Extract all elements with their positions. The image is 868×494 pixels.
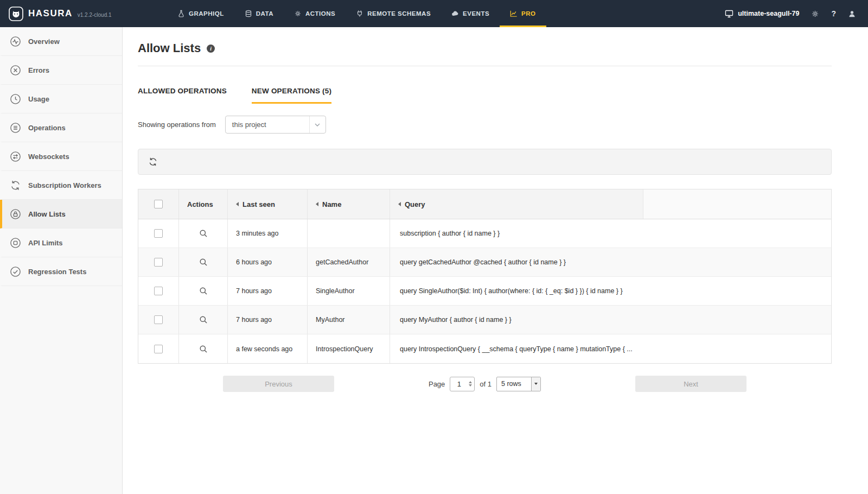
cell-query: query MyAuthor { author { id name } } [390, 306, 643, 334]
select-all-checkbox[interactable] [154, 200, 163, 208]
sidebar-item-operations[interactable]: Operations [0, 113, 122, 142]
nav-label: GRAPHIQL [189, 10, 224, 17]
browser-icon [725, 9, 733, 18]
header-cell-actions: Actions [178, 189, 227, 219]
page-count-label: of 1 [480, 380, 492, 388]
cell-last-seen: a few seconds ago [227, 334, 307, 363]
rows-per-page-value: 5 rows [497, 380, 531, 388]
page-label: Page [429, 380, 445, 388]
refresh-button[interactable] [148, 157, 158, 167]
nav-item-data[interactable]: DATA [234, 0, 284, 27]
list-circle-icon [10, 122, 21, 134]
sidebar-item-errors[interactable]: Errors [0, 56, 122, 85]
clock-icon [10, 93, 21, 105]
sort-icon [316, 202, 318, 206]
main-content: Allow Lists i ALLOWED OPERATIONS NEW OPE… [123, 27, 868, 494]
nav-item-graphiql[interactable]: GRAPHIQL [167, 0, 234, 27]
page-header: Allow Lists i [138, 41, 832, 66]
row-checkbox[interactable] [154, 258, 163, 267]
row-checkbox[interactable] [154, 315, 163, 324]
info-icon[interactable]: i [207, 45, 215, 53]
sidebar-item-usage[interactable]: Usage [0, 85, 122, 113]
source-select[interactable]: this project [225, 116, 326, 134]
cell-last-seen: 3 minutes ago [227, 219, 307, 248]
row-checkbox[interactable] [154, 287, 163, 295]
cell-filler [643, 248, 831, 276]
cell-checkbox [138, 248, 178, 276]
nav-item-remote-schemas[interactable]: REMOTE SCHEMAS [346, 0, 441, 27]
nav-item-events[interactable]: EVENTS [441, 0, 500, 27]
project-menu[interactable]: ultimate-seagull-79 [725, 9, 799, 18]
sidebar-item-label: Usage [28, 95, 49, 103]
tab-new-operations[interactable]: NEW OPERATIONS (5) [252, 87, 331, 104]
brand[interactable]: HASURA v1.2.2-cloud.1 [9, 0, 167, 27]
nav-item-pro[interactable]: PRO [500, 0, 546, 27]
sidebar-item-overview[interactable]: Overview [0, 27, 122, 56]
header-cell-query[interactable]: Query [390, 189, 643, 219]
cell-actions [178, 277, 227, 305]
header-cell-name[interactable]: Name [307, 189, 390, 219]
cell-name [307, 219, 390, 248]
user-icon [848, 10, 856, 18]
previous-page-button[interactable]: Previous [223, 376, 334, 392]
pagination: Previous Page of 1 5 rows Next [138, 376, 832, 392]
table-header: Actions Last seen Name Query [138, 189, 831, 219]
header-cell-filler [643, 189, 831, 219]
cell-name: MyAuthor [307, 306, 390, 334]
inspect-operation-button[interactable] [199, 287, 208, 295]
table-row: a few seconds ago IntrospectionQuery que… [138, 334, 831, 363]
cell-checkbox [138, 334, 178, 363]
cell-actions [178, 248, 227, 276]
sidebar-item-regression-tests[interactable]: Regression Tests [0, 257, 122, 286]
sidebar-item-subscription-workers[interactable]: Subscription Workers [0, 171, 122, 200]
sync-icon [10, 180, 21, 191]
row-checkbox[interactable] [154, 345, 163, 353]
header-cell-last-seen[interactable]: Last seen [227, 189, 307, 219]
inspect-operation-button[interactable] [199, 229, 208, 238]
help-button[interactable]: ? [831, 9, 836, 18]
table-row: 3 minutes ago subscription { author { id… [138, 219, 831, 248]
rows-per-page-select[interactable]: 5 rows [496, 377, 541, 391]
inspect-operation-button[interactable] [199, 345, 208, 353]
square-circle-icon [10, 237, 21, 249]
sidebar-item-allow-lists[interactable]: Allow Lists [0, 200, 122, 229]
number-stepper-icon[interactable] [469, 381, 472, 387]
cloud-icon [451, 10, 459, 17]
user-menu-button[interactable] [848, 10, 856, 18]
row-checkbox[interactable] [154, 229, 163, 238]
sidebar-item-api-limits[interactable]: API Limits [0, 229, 122, 257]
arrows-exchange-icon [10, 151, 21, 162]
inspect-operation-button[interactable] [199, 315, 208, 324]
cell-actions [178, 219, 227, 248]
line-chart-icon [510, 10, 518, 17]
search-icon [199, 345, 208, 353]
operations-table: Actions Last seen Name Query [138, 189, 832, 364]
table-row: 6 hours ago getCachedAuthor query getCac… [138, 248, 831, 277]
settings-button[interactable] [811, 10, 819, 18]
table-row: 7 hours ago MyAuthor query MyAuthor { au… [138, 306, 831, 334]
plug-icon [356, 10, 363, 17]
check-circle-icon [10, 266, 21, 277]
error-circle-icon [10, 65, 21, 76]
sidebar-item-label: API Limits [28, 239, 63, 247]
nav-item-actions[interactable]: ACTIONS [284, 0, 346, 27]
cell-filler [643, 219, 831, 248]
brand-name: HASURA [28, 8, 73, 19]
cell-actions [178, 306, 227, 334]
column-label: Name [322, 200, 341, 208]
sidebar-item-label: Websockets [28, 153, 69, 161]
cell-name: getCachedAuthor [307, 248, 390, 276]
sidebar-item-label: Allow Lists [28, 210, 66, 218]
cell-query: subscription { author { id name } } [390, 219, 643, 248]
sidebar-item-websockets[interactable]: Websockets [0, 142, 122, 171]
search-icon [199, 315, 208, 324]
version-label: v1.2.2-cloud.1 [78, 12, 112, 18]
filter-label: Showing operations from [138, 121, 216, 129]
inspect-operation-button[interactable] [199, 258, 208, 267]
cell-last-seen: 6 hours ago [227, 248, 307, 276]
next-page-button[interactable]: Next [635, 376, 746, 392]
sidebar-item-label: Overview [28, 37, 60, 46]
lock-circle-icon [10, 208, 21, 220]
sidebar-item-label: Subscription Workers [28, 181, 101, 189]
tab-allowed-operations[interactable]: ALLOWED OPERATIONS [138, 87, 227, 104]
